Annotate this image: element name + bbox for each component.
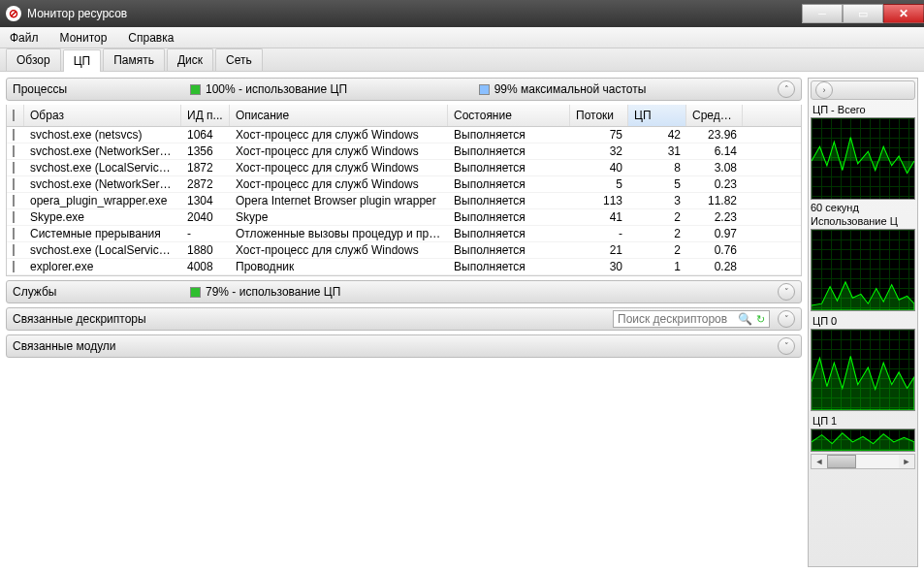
table-row[interactable]: svchost.exe (netsvcs)1064Хост-процесс дл… — [7, 127, 801, 143]
handles-header[interactable]: Связанные дескрипторы 🔍 ↻ ˅ — [6, 307, 802, 331]
table-row[interactable]: Системные прерывания-Отложенные вызовы п… — [7, 226, 801, 242]
chart-cpu1-label: ЦП 1 — [811, 413, 915, 427]
cell-state: Выполняется — [448, 176, 570, 192]
tab-memory[interactable]: Память — [103, 48, 165, 71]
cell-cpu: 42 — [628, 127, 686, 143]
menu-help[interactable]: Справка — [124, 29, 177, 47]
cell-desc: Opera Internet Browser plugin wrapper — [230, 193, 448, 208]
cell-desc: Хост-процесс для служб Windows — [230, 143, 448, 159]
table-row[interactable]: svchost.exe (LocalServiceAn...1872Хост-п… — [7, 160, 801, 176]
cell-state: Выполняется — [448, 226, 570, 241]
row-checkbox[interactable] — [13, 228, 15, 239]
table-row[interactable]: svchost.exe (NetworkService)1356Хост-про… — [7, 143, 801, 160]
row-checkbox[interactable] — [13, 261, 15, 272]
cell-threads: 40 — [570, 160, 628, 175]
modules-title: Связанные модули — [13, 339, 770, 353]
column-image[interactable]: Образ — [24, 105, 181, 126]
cell-pid: 1356 — [181, 143, 230, 159]
table-row[interactable]: opera_plugin_wrapper.exe1304Opera Intern… — [7, 193, 801, 209]
cell-image: svchost.exe (NetworkService... — [24, 176, 181, 192]
chart-seconds-label: 60 секунд — [811, 202, 915, 213]
column-threads[interactable]: Потоки — [570, 105, 628, 126]
cell-state: Выполняется — [448, 242, 570, 258]
row-checkbox[interactable] — [13, 129, 15, 141]
cell-pid: 1872 — [181, 160, 230, 175]
cell-desc: Skype — [230, 209, 448, 225]
chart-cpu0-label: ЦП 0 — [811, 313, 915, 327]
cell-threads: 32 — [570, 143, 628, 159]
charts-panel: › ЦП - Всего 60 секунд Использование Ц Ц… — [808, 78, 918, 567]
column-pid[interactable]: ИД п... — [181, 105, 230, 126]
cell-avg: 6.14 — [686, 143, 743, 159]
expand-handles-icon[interactable]: ˅ — [778, 310, 795, 328]
tab-cpu[interactable]: ЦП — [63, 49, 102, 72]
table-row[interactable]: Skype.exe2040SkypeВыполняется4122.23 — [7, 209, 801, 226]
tab-overview[interactable]: Обзор — [6, 48, 61, 71]
cell-state: Выполняется — [448, 160, 570, 175]
column-state[interactable]: Состояние — [448, 105, 570, 126]
column-cpu[interactable]: ЦП — [628, 105, 686, 126]
handles-search-input[interactable] — [618, 312, 734, 326]
row-checkbox[interactable] — [13, 145, 15, 157]
table-row[interactable]: svchost.exe (LocalServiceNo...1880Хост-п… — [7, 242, 801, 259]
cell-desc: Проводник — [230, 259, 448, 274]
row-checkbox[interactable] — [13, 162, 15, 174]
cell-image: explorer.exe — [24, 259, 181, 274]
charts-hscrollbar[interactable]: ◄ ► — [811, 454, 915, 469]
expand-services-icon[interactable]: ˅ — [778, 283, 795, 301]
cell-avg: 23.96 — [686, 127, 743, 143]
handles-search: 🔍 ↻ — [613, 310, 770, 328]
minimize-button[interactable]: ─ — [802, 4, 843, 23]
services-header[interactable]: Службы 79% - использование ЦП ˅ — [6, 280, 802, 303]
scroll-right-icon[interactable]: ► — [899, 457, 914, 466]
cell-image: svchost.exe (netsvcs) — [24, 127, 181, 143]
services-cpu-indicator: 79% - использование ЦП — [190, 285, 340, 299]
column-desc[interactable]: Описание — [230, 105, 448, 126]
cell-state: Выполняется — [448, 259, 570, 274]
cell-pid: - — [181, 226, 230, 241]
cell-desc: Хост-процесс для служб Windows — [230, 242, 448, 258]
modules-header[interactable]: Связанные модули ˅ — [6, 334, 802, 358]
window-title: Монитор ресурсов — [27, 7, 127, 20]
row-checkbox[interactable] — [13, 195, 15, 207]
column-checkbox[interactable] — [7, 105, 24, 126]
cell-image: Системные прерывания — [24, 226, 181, 241]
menu-file[interactable]: Файл — [6, 29, 43, 47]
column-avg[interactable]: Средн... — [686, 105, 743, 126]
collapse-processes-icon[interactable]: ˄ — [778, 80, 795, 98]
chart-usage-label: Использование Ц — [811, 215, 915, 227]
cpu-usage-indicator: 100% - использование ЦП — [190, 82, 347, 96]
row-checkbox[interactable] — [13, 244, 15, 256]
services-title: Службы — [13, 285, 182, 299]
cell-avg: 11.82 — [686, 193, 743, 208]
row-checkbox[interactable] — [13, 178, 15, 190]
menu-monitor[interactable]: Монитор — [56, 29, 112, 47]
cell-desc: Хост-процесс для служб Windows — [230, 127, 448, 143]
tabbar: Обзор ЦП Память Диск Сеть — [0, 48, 924, 72]
cell-cpu: 8 — [628, 160, 686, 175]
refresh-icon[interactable]: ↻ — [756, 313, 765, 326]
maximize-button[interactable]: ▭ — [843, 4, 883, 23]
table-row[interactable]: svchost.exe (NetworkService...2872Хост-п… — [7, 176, 801, 193]
search-icon[interactable]: 🔍 — [738, 312, 752, 326]
cell-cpu: 1 — [628, 259, 686, 274]
collapse-charts-icon[interactable]: › — [815, 81, 833, 99]
tab-disk[interactable]: Диск — [167, 48, 213, 71]
cell-avg: 3.08 — [686, 160, 743, 175]
cell-cpu: 3 — [628, 193, 686, 208]
row-checkbox[interactable] — [13, 211, 15, 223]
cell-image: svchost.exe (LocalServiceNo... — [24, 242, 181, 258]
expand-modules-icon[interactable]: ˅ — [778, 337, 795, 355]
tab-network[interactable]: Сеть — [215, 48, 263, 71]
max-freq-indicator: 99% максимальной частоты — [479, 82, 647, 96]
cell-threads: 5 — [570, 176, 628, 192]
chart-cpu-total — [811, 117, 915, 200]
chart-cpu0 — [811, 329, 915, 411]
close-button[interactable]: ✕ — [883, 4, 924, 23]
cell-pid: 1304 — [181, 193, 230, 208]
cell-avg: 2.23 — [686, 209, 743, 225]
scroll-left-icon[interactable]: ◄ — [812, 457, 827, 466]
processes-header[interactable]: Процессы 100% - использование ЦП 99% мак… — [6, 78, 802, 101]
table-row[interactable]: explorer.exe4008ПроводникВыполняется3010… — [7, 259, 801, 275]
app-icon: ⊘ — [6, 6, 21, 21]
